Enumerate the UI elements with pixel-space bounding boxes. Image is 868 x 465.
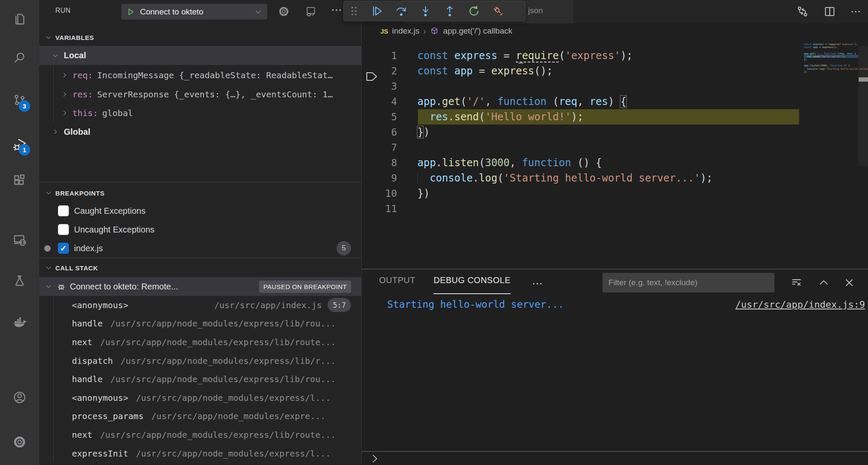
disconnect-button[interactable] [492,5,505,17]
frame-source[interactable]: /usr/src/app/node_modules/express/lib/ro… [100,430,336,440]
step-out-button[interactable] [443,5,456,17]
tab-output[interactable]: OUTPUT [379,275,415,293]
console-source-link[interactable]: /usr/src/app/index.js:9 [735,299,865,310]
launch-config-dropdown[interactable]: Connect to okteto [121,4,267,20]
drag-grip-icon[interactable] [349,5,359,17]
frame-source[interactable]: /usr/src/app/node_modules/express/lib/r.… [120,356,336,366]
frame-source[interactable]: /usr/src/app/node_modules/express/l... [136,448,331,459]
breakpoint-row[interactable]: ✓index.js5 [39,239,361,258]
console-filter-input[interactable] [602,273,774,292]
panel-more-tabs-icon[interactable]: ⋯ [532,277,544,290]
code-line[interactable]: 4app.get('/', function (req, res) { [362,94,868,109]
variable-row[interactable]: this:global [39,104,361,123]
code-line[interactable]: 1const express = require('express'); [362,48,868,63]
stack-frame-row[interactable]: expressInit/usr/src/app/node_modules/exp… [39,444,361,463]
code-line[interactable]: 10}) [362,186,868,201]
line-number[interactable]: 11 [362,201,397,216]
account-icon[interactable] [12,390,27,405]
breakpoints-section-header[interactable]: BREAKPOINTS [39,185,361,201]
code-line[interactable]: 7 [362,140,868,155]
continue-button[interactable] [371,5,383,17]
line-number[interactable]: 5 [362,109,397,125]
testing-beaker-icon[interactable] [12,273,27,288]
frame-source[interactable]: /usr/src/app/index.js [214,300,322,310]
call-stack-section-header[interactable]: CALL STACK [39,260,361,275]
breakpoint-row[interactable]: Caught Exceptions [39,201,361,220]
frame-source[interactable]: /usr/src/app/node_modules/express/l... [136,393,331,403]
launch-gear-icon[interactable] [278,6,290,17]
clear-console-icon[interactable] [791,277,802,289]
step-over-button[interactable] [395,5,408,17]
stack-frame-row[interactable]: <anonymous>/usr/src/app/node_modules/exp… [39,388,361,407]
code-line[interactable]: 11 [362,201,868,216]
tab-debug-console[interactable]: DEBUG CONSOLE [434,275,511,294]
stack-frame-row[interactable]: handle/usr/src/app/node_modules/express/… [39,315,361,333]
minimap-slider[interactable] [858,46,868,166]
scope-local-row[interactable]: Local [39,46,361,65]
debug-session-row[interactable]: Connect to okteto: Remote... PAUSED ON B… [39,277,361,296]
variable-row[interactable]: req:IncomingMessage {_readableState: Rea… [39,66,361,85]
breadcrumb-separator: › [423,26,426,36]
explorer-icon[interactable] [12,12,27,26]
extensions-icon[interactable] [12,173,27,188]
frame-source[interactable]: /usr/src/app/node_modules/express/lib/ro… [110,374,336,384]
stack-frame-row[interactable]: process_params/usr/src/app/node_modules/… [39,407,361,426]
stack-frame-row[interactable]: next/usr/src/app/node_modules/express/li… [39,333,361,352]
frame-source[interactable]: /usr/src/app/node_modules/expre... [151,411,326,421]
split-editor-icon[interactable] [823,5,836,18]
breakpoint-checkbox[interactable] [58,224,69,235]
breakpoint-checkbox[interactable] [58,205,69,216]
breadcrumb[interactable]: JS index.js › app.get('/') callback [380,23,512,39]
breadcrumb-file[interactable]: index.js [392,26,419,36]
code-line[interactable]: 9 console.log('Starting hello-world serv… [362,170,868,186]
code-line[interactable]: 8app.listen(3000, function () { [362,155,868,170]
settings-gear-icon[interactable] [12,435,27,449]
maximize-panel-chevron-icon[interactable] [818,277,830,289]
code-editor[interactable]: 1const express = require('express');2con… [362,40,868,216]
line-number[interactable]: 4 [362,94,397,109]
variable-name: this: [72,108,98,118]
code-line[interactable]: 6}) [362,125,868,140]
scope-global-row[interactable]: Global [39,122,361,141]
frame-name: process_params [72,411,144,421]
stack-frame-row[interactable]: <anonymous>/usr/src/app/index.js5:7 [39,296,361,315]
variable-row[interactable]: res:ServerResponse {_events: {…}, _event… [39,85,361,104]
line-number[interactable]: 6 [362,125,397,140]
line-number[interactable]: 7 [362,140,397,155]
code-line[interactable]: 2const app = express(); [362,63,868,79]
line-number[interactable]: 1 [362,48,397,63]
sidebar-more-actions-icon[interactable]: ⋯ [331,3,343,17]
line-number[interactable]: 10 [362,186,397,201]
code-line[interactable]: 3 [362,79,868,94]
remote-explorer-icon[interactable] [12,233,27,247]
call-stack-header-label: CALL STACK [55,264,98,272]
repl-prompt-chevron-icon[interactable] [369,453,380,464]
minimap-line: console.log('Starting hello-world server… [804,67,858,70]
breakpoint-row[interactable]: Uncaught Exceptions [39,220,361,239]
frame-source[interactable]: /usr/src/app/node_modules/express/lib/ro… [100,337,336,347]
scrollbar-marker[interactable] [859,77,868,82]
line-number[interactable]: 8 [362,155,397,170]
code-line[interactable]: 5 res.send('Hello world!'); [362,109,868,125]
chevron-down-icon [254,8,262,16]
restart-button[interactable] [468,5,480,17]
stack-frame-row[interactable]: handle/usr/src/app/node_modules/express/… [39,370,361,388]
step-into-button[interactable] [419,5,432,17]
minimap[interactable]: const express = require('express');const… [804,43,858,76]
debug-console-icon[interactable] [305,6,317,17]
frame-source[interactable]: /usr/src/app/node_modules/express/lib/ro… [110,318,336,329]
scope-global-label: Global [64,127,90,137]
editor-more-actions-icon[interactable]: ⋯ [851,5,862,18]
breakpoint-checkbox[interactable]: ✓ [58,243,69,254]
breadcrumb-symbol[interactable]: app.get('/') callback [443,26,512,36]
line-number[interactable]: 9 [362,170,397,186]
paused-arrow-icon[interactable] [365,71,379,82]
docker-icon[interactable] [12,315,27,329]
stack-frame-row[interactable]: next/usr/src/app/node_modules/express/li… [39,425,361,444]
stack-frame-row[interactable]: dispatch/usr/src/app/node_modules/expres… [39,352,361,370]
close-panel-icon[interactable] [843,277,855,289]
start-debug-icon[interactable] [126,8,135,16]
compare-changes-icon[interactable] [796,5,809,18]
variables-section-header[interactable]: VARIABLES [39,30,361,45]
search-icon[interactable] [12,50,27,65]
